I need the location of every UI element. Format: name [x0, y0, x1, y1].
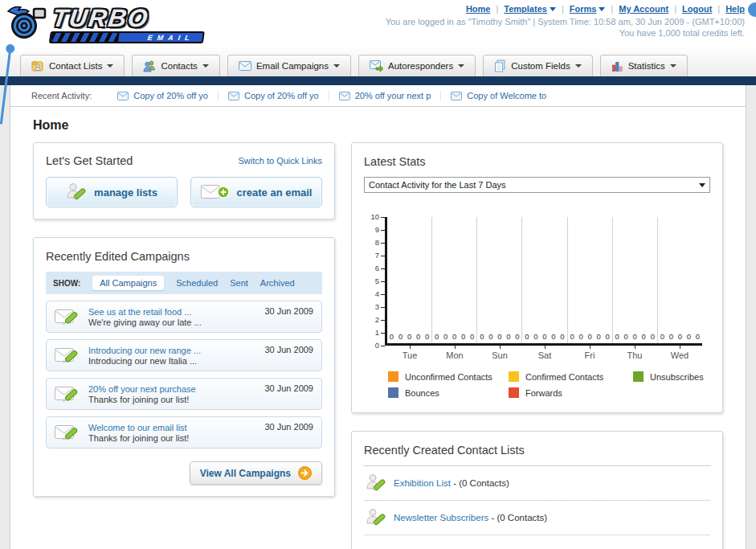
campaign-title-link[interactable]: See us at the retail food ...: [88, 307, 202, 317]
recently-created-contact-lists-panel: Recently Created Contact Lists Exhibitio…: [351, 431, 723, 549]
tab-contact-lists[interactable]: Contact Lists: [20, 55, 125, 76]
campaign-row: Welcome to our email list Thanks for joi…: [46, 416, 322, 449]
top-link-templates[interactable]: Templates: [504, 4, 556, 14]
campaign-title-link[interactable]: Welcome to our email list: [88, 423, 189, 432]
contact-list-edit-icon: [366, 507, 386, 528]
top-link-forms[interactable]: Forms: [570, 4, 606, 14]
stats-report-select[interactable]: Contact Activity for the Last 7 Days: [364, 177, 710, 193]
chart-group: 00000: [432, 217, 477, 343]
custom-fields-icon: [494, 59, 506, 72]
campaign-row: See us at the retail food ... We're givi…: [46, 301, 322, 333]
contact-list-item: Exhibition List - (0 Contacts): [364, 466, 710, 501]
email-campaigns-icon: [239, 61, 251, 71]
recent-activity-item[interactable]: 20% off your next p: [329, 91, 442, 100]
campaign-edit-icon: [55, 383, 80, 404]
latest-stats-panel: Latest Stats Contact Activity for the La…: [351, 142, 723, 413]
decorative-dot: [748, 2, 756, 17]
accent-bar: [0, 76, 756, 85]
filter-sent[interactable]: Sent: [230, 278, 248, 288]
chevron-down-icon: [550, 7, 556, 11]
manage-lists-icon: [66, 182, 87, 203]
recent-activity-item[interactable]: Copy of Welcome to: [441, 91, 556, 100]
recent-activity-label: Recent Activity:: [31, 91, 92, 100]
top-link-my-account[interactable]: My Account: [619, 4, 668, 14]
login-status-text: You are logged in as "Timothy Smith" | S…: [386, 17, 745, 27]
legend-item: Confirmed Contacts: [509, 371, 633, 382]
top-link-home[interactable]: Home: [466, 4, 491, 14]
contact-list-link[interactable]: Newsletter Subscribers: [394, 513, 488, 522]
statistics-icon: [611, 60, 623, 72]
value-labels: 00000: [568, 332, 612, 341]
filter-all-campaigns[interactable]: All Campaigns: [92, 276, 164, 290]
credits-text: You have 1,000 total credits left.: [386, 28, 745, 38]
tab-statistics[interactable]: Statistics: [600, 55, 688, 76]
x-tick-label: Mon: [432, 346, 477, 360]
contacts-icon: [143, 59, 156, 72]
recent-activity-bar: Recent Activity: Copy of 20% off yo Copy…: [10, 85, 746, 107]
filter-archived[interactable]: Archived: [260, 278, 295, 288]
recently-edited-campaigns-panel: Recently Edited Campaigns SHOW: All Camp…: [33, 237, 335, 497]
recent-activity-item[interactable]: Copy of 20% off yo: [108, 91, 219, 100]
campaign-edit-icon: [55, 345, 80, 366]
tab-contacts[interactable]: Contacts: [132, 55, 219, 76]
campaign-date: 30 Jun 2009: [264, 422, 313, 432]
campaign-subtitle: Thanks for joining our list!: [88, 395, 196, 404]
manage-lists-button[interactable]: manage lists: [46, 177, 178, 207]
main-nav: Contact Lists Contacts Email Campaigns: [0, 55, 756, 76]
legend-item: Unconfirmed Contacts: [388, 371, 509, 382]
x-tick-label: Wed: [657, 346, 702, 360]
chevron-down-icon: [699, 183, 705, 187]
view-all-campaigns-button[interactable]: View All Campaigns: [190, 461, 322, 485]
logo-stripes: [51, 33, 120, 42]
value-labels: 00000: [658, 332, 702, 341]
turbo-logo-icon: [6, 3, 50, 42]
campaign-title-link[interactable]: Introducing our new range ...: [88, 346, 201, 355]
logo-subtitle-bar: EMAIL: [49, 31, 205, 43]
campaign-subtitle: Thanks for joining our list!: [88, 433, 189, 443]
chart-group: 00000: [658, 217, 702, 343]
contact-list-edit-icon: [366, 473, 386, 494]
chart-x-axis: TueMonSunSatFriThuWed: [387, 346, 702, 360]
contact-list-link[interactable]: Exhibition List: [394, 478, 451, 488]
legend-item: Unsubscribes: [633, 371, 710, 382]
filter-scheduled[interactable]: Scheduled: [176, 278, 218, 288]
recent-activity-item[interactable]: Copy of 20% off yo: [219, 91, 329, 100]
legend-swatch: [633, 371, 644, 382]
chart-group: 00000: [522, 217, 567, 343]
arrow-right-icon: [298, 466, 312, 480]
logo-subtitle: EMAIL: [118, 34, 202, 42]
contact-list-count: - (0 Contacts): [451, 478, 509, 488]
top-nav-links: Home Templates Forms My Account Logout H…: [386, 4, 745, 14]
chart-group: 00000: [613, 217, 658, 343]
chart-legend: Unconfirmed ContactsConfirmed ContactsUn…: [388, 371, 710, 398]
tab-custom-fields[interactable]: Custom Fields: [483, 55, 593, 76]
legend-swatch: [388, 371, 398, 382]
campaigns-panel-title: Recently Edited Campaigns: [46, 250, 190, 263]
app-logo[interactable]: TURBO EMAIL: [6, 3, 206, 43]
get-started-title: Let's Get Started: [46, 154, 133, 167]
chevron-down-icon: [333, 64, 340, 68]
value-labels: 00000: [387, 332, 431, 341]
x-tick-label: Sun: [477, 346, 522, 360]
value-labels: 00000: [432, 332, 476, 341]
envelope-icon: [117, 92, 129, 100]
legend-item: Bounces: [388, 387, 509, 398]
tab-email-campaigns[interactable]: Email Campaigns: [227, 55, 351, 76]
header-top-right: Home Templates Forms My Account Logout H…: [386, 4, 745, 38]
legend-swatch: [509, 371, 519, 382]
top-link-logout[interactable]: Logout: [682, 4, 712, 14]
chart-plot: 00000000000000000000000000000000000: [385, 217, 702, 346]
legend-swatch: [388, 387, 398, 398]
campaign-date: 30 Jun 2009: [264, 383, 313, 393]
campaign-date: 30 Jun 2009: [264, 345, 313, 354]
chevron-down-icon: [599, 7, 605, 11]
campaign-edit-icon: [55, 306, 80, 327]
switch-quick-links[interactable]: Switch to Quick Links: [238, 156, 322, 166]
header: TURBO EMAIL Home Templates Forms My Acco…: [0, 0, 756, 76]
create-email-button[interactable]: create an email: [190, 177, 322, 207]
top-link-help[interactable]: Help: [725, 4, 745, 14]
x-tick-label: Tue: [387, 346, 432, 360]
campaign-title-link[interactable]: 20% off your next purchase: [88, 384, 196, 394]
content-area: Recent Activity: Copy of 20% off yo Copy…: [10, 85, 746, 549]
tab-autoresponders[interactable]: Autoresponders: [358, 55, 476, 76]
